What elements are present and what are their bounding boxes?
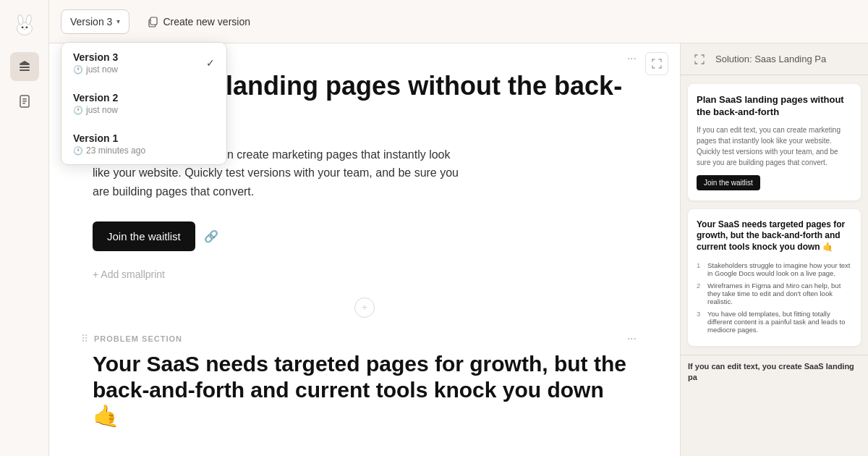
problem-section-label: PROBLEM SECTION <box>94 334 182 343</box>
add-smallprint-button[interactable]: + Add smallprint <box>93 266 637 283</box>
add-smallprint-label: + Add smallprint <box>93 269 165 280</box>
preview-fullscreen-button[interactable] <box>689 49 710 69</box>
preview-list-item-1: 1 Stakeholders struggle to imagine how y… <box>697 259 852 279</box>
main-content: Version 3 ▾ Create new version Version 3… <box>49 0 868 456</box>
clock-icon: 🕐 <box>73 65 83 75</box>
link-icon[interactable]: 🔗 <box>204 229 218 243</box>
version-item-1-info: Version 1 🕐 23 minutes ago <box>73 132 145 156</box>
preview-card-1-description: If you can edit text, you can create mar… <box>697 124 852 168</box>
check-icon: ✓ <box>206 57 215 69</box>
problem-title[interactable]: Your SaaS needs targeted pages for growt… <box>93 351 637 429</box>
sidebar-item-layers[interactable] <box>10 52 39 81</box>
problem-section-header: ⠿ PROBLEM SECTION ··· <box>49 332 680 351</box>
version-dropdown-menu: Version 3 🕐 just now ✓ Version 2 🕐 just … <box>61 42 227 165</box>
version-1-time: 🕐 23 minutes ago <box>73 145 145 156</box>
version-dropdown-label: Version 3 <box>70 16 112 28</box>
sidebar-item-document[interactable] <box>10 87 39 116</box>
app-logo <box>9 9 41 41</box>
editor-problem-content: Your SaaS needs targeted pages for growt… <box>49 351 680 429</box>
version-dropdown-button[interactable]: Version 3 ▾ <box>61 9 129 34</box>
version-2-name: Version 2 <box>73 92 118 104</box>
svg-rect-7 <box>20 67 30 68</box>
preview-title: Solution: Saas Landing Pa <box>715 54 826 64</box>
svg-point-1 <box>17 14 23 25</box>
version-3-time: 🕐 just now <box>73 64 118 75</box>
divider-circle: + <box>354 297 375 318</box>
section-menu-icon[interactable]: ··· <box>627 52 637 65</box>
svg-point-4 <box>25 26 27 28</box>
preview-bottom-text: If you can edit text, you create SaaS la… <box>681 355 868 389</box>
preview-problem-list: 1 Stakeholders struggle to imagine how y… <box>697 259 852 336</box>
svg-point-3 <box>21 26 23 28</box>
drag-handle-icon[interactable]: ⠿ <box>81 333 88 345</box>
preview-card-2-title: Your SaaS needs targeted pages for growt… <box>697 219 852 253</box>
svg-rect-14 <box>150 17 157 25</box>
version-item-1[interactable]: Version 1 🕐 23 minutes ago <box>61 124 226 164</box>
svg-point-0 <box>17 22 32 35</box>
svg-rect-6 <box>20 64 30 65</box>
svg-rect-10 <box>22 98 27 100</box>
create-version-button[interactable]: Create new version <box>138 10 259 33</box>
svg-point-2 <box>25 14 32 25</box>
copy-icon <box>147 16 158 28</box>
version-3-name: Version 3 <box>73 51 118 63</box>
svg-rect-11 <box>22 101 27 102</box>
sidebar <box>0 0 49 456</box>
svg-rect-8 <box>20 69 30 71</box>
cta-button[interactable]: Join the waitlist <box>93 221 195 251</box>
clock-icon-2: 🕐 <box>73 106 83 115</box>
problem-section-menu-icon[interactable]: ··· <box>627 332 637 345</box>
version-item-2-info: Version 2 🕐 just now <box>73 92 118 115</box>
preview-cta-button[interactable]: Join the waitlist <box>697 175 760 190</box>
version-2-time: 🕐 just now <box>73 105 118 115</box>
cta-row: Join the waitlist 🔗 <box>93 221 637 251</box>
preview-card-1: Plan SaaS landing pages without the back… <box>688 84 861 200</box>
fullscreen-button[interactable] <box>645 52 668 75</box>
svg-rect-12 <box>22 103 25 104</box>
preview-list-item-2: 2 Wireframes in Figma and Miro can help,… <box>697 279 852 308</box>
preview-panel: Solution: Saas Landing Pa Plan SaaS land… <box>680 43 868 456</box>
section-divider: + <box>49 283 680 332</box>
version-1-name: Version 1 <box>73 132 145 144</box>
version-item-3[interactable]: Version 3 🕐 just now ✓ <box>61 43 226 83</box>
clock-icon-3: 🕐 <box>73 146 83 156</box>
svg-point-5 <box>24 29 25 30</box>
version-item-3-info: Version 3 🕐 just now <box>73 51 118 75</box>
preview-card-2: Your SaaS needs targeted pages for growt… <box>688 209 861 346</box>
preview-content: Plan SaaS landing pages without the back… <box>681 75 868 355</box>
create-version-label: Create new version <box>163 16 250 28</box>
preview-list-item-3: 3 You have old templates, but fitting to… <box>697 308 852 336</box>
problem-section-left: ⠿ PROBLEM SECTION <box>81 333 182 345</box>
preview-card-1-title: Plan SaaS landing pages without the back… <box>697 94 852 119</box>
version-item-2[interactable]: Version 2 🕐 just now <box>61 83 226 124</box>
chevron-down-icon: ▾ <box>116 17 120 25</box>
preview-header: Solution: Saas Landing Pa <box>681 43 868 75</box>
toolbar: Version 3 ▾ Create new version Version 3… <box>49 0 868 43</box>
